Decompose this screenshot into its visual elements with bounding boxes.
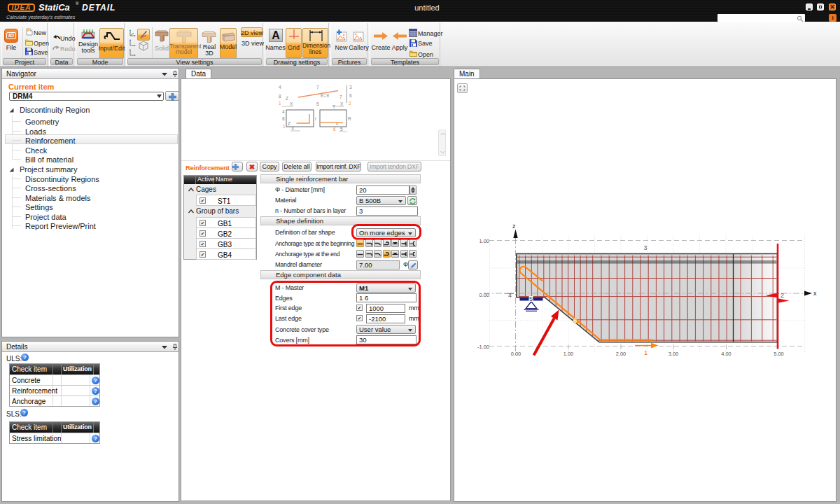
- svg-text:7: 7: [340, 94, 342, 99]
- svg-text:1.00: 1.00: [479, 238, 489, 244]
- svg-text:x: x: [813, 290, 817, 297]
- svg-text:1: 1: [644, 349, 648, 356]
- svg-text:0.00: 0.00: [479, 292, 489, 298]
- svg-text:4: 4: [282, 109, 285, 114]
- svg-text:2: 2: [349, 101, 351, 106]
- svg-text:1: 1: [279, 101, 281, 106]
- svg-text:c: c: [336, 121, 339, 126]
- svg-text:E=9: E=9: [321, 93, 329, 98]
- svg-text:2: 2: [780, 292, 784, 299]
- svg-text:X: X: [290, 102, 293, 106]
- svg-text:4.00: 4.00: [721, 351, 732, 357]
- svg-text:4: 4: [279, 85, 281, 90]
- svg-text:X: X: [340, 102, 344, 106]
- svg-text:5: 5: [340, 127, 343, 132]
- svg-text:Z: Z: [288, 121, 290, 126]
- svg-text:T: T: [332, 104, 335, 109]
- svg-text:8: 8: [282, 116, 285, 121]
- svg-text:6: 6: [349, 93, 352, 98]
- svg-text:Z: Z: [286, 96, 288, 101]
- svg-text:5.00: 5.00: [774, 351, 784, 357]
- svg-text:6: 6: [333, 127, 336, 132]
- svg-text:3.00: 3.00: [668, 351, 679, 357]
- svg-text:8: 8: [279, 94, 281, 99]
- svg-text:3: 3: [349, 85, 352, 90]
- svg-text:z: z: [512, 223, 516, 230]
- svg-text:2.00: 2.00: [616, 351, 626, 357]
- svg-text:X: X: [291, 126, 295, 131]
- svg-text:-1.00: -1.00: [477, 344, 489, 350]
- svg-text:R: R: [348, 116, 351, 121]
- svg-text:3: 3: [644, 244, 648, 251]
- svg-text:r: r: [315, 116, 317, 121]
- svg-text:5: 5: [529, 295, 533, 302]
- svg-text:1.00: 1.00: [564, 351, 574, 357]
- svg-text:7: 7: [316, 85, 319, 90]
- svg-text:0.00: 0.00: [511, 351, 522, 357]
- svg-text:6: 6: [573, 316, 577, 324]
- svg-text:1: 1: [283, 124, 286, 129]
- svg-text:4: 4: [508, 292, 512, 299]
- svg-text:5: 5: [316, 102, 319, 106]
